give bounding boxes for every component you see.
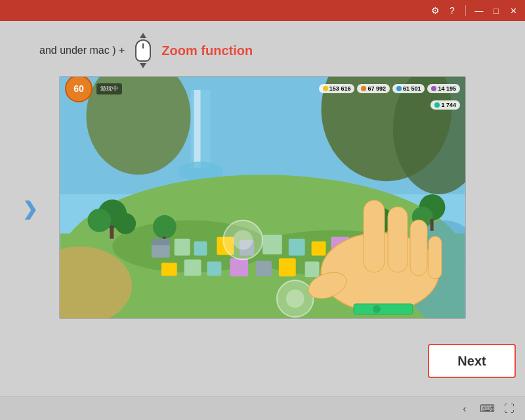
resource-2: 67 992 xyxy=(357,84,390,93)
prev-arrow[interactable]: ❯ xyxy=(20,199,39,219)
resource-2-dot xyxy=(361,86,366,91)
svg-point-16 xyxy=(115,213,136,234)
svg-rect-6 xyxy=(194,90,201,168)
game-screenshot: 60 游玩中 153 616 67 992 61 501 xyxy=(59,76,466,319)
instruction-row: and under mac ) + Zoom function xyxy=(0,21,525,76)
game-hud: 60 游玩中 153 616 67 992 61 501 xyxy=(60,77,465,100)
svg-rect-52 xyxy=(429,236,442,279)
resource-1-dot xyxy=(323,86,328,91)
fullscreen-icon[interactable]: ⛶ xyxy=(501,401,517,417)
resource-1-value: 153 616 xyxy=(329,85,351,92)
player-name: 游玩中 xyxy=(96,83,122,94)
title-bar: ⚙ ? — □ ✕ xyxy=(0,0,525,21)
svg-rect-17 xyxy=(110,226,114,239)
window-controls: ⚙ ? — □ ✕ xyxy=(429,4,520,17)
mouse-scroll-icon xyxy=(133,33,154,68)
svg-rect-51 xyxy=(410,220,427,276)
resource-4-value: 14 195 xyxy=(438,85,456,92)
back-icon[interactable]: ‹ xyxy=(457,401,472,417)
zoom-label: Zoom function xyxy=(161,43,253,58)
arrow-down-icon xyxy=(140,63,146,68)
instruction-prefix: and under mac ) + xyxy=(39,45,125,56)
svg-rect-37 xyxy=(184,259,201,276)
next-button[interactable]: Next xyxy=(428,344,516,378)
arrow-up-icon xyxy=(140,33,146,38)
svg-rect-28 xyxy=(194,242,207,256)
keyboard-icon[interactable]: ⌨ xyxy=(479,401,495,417)
svg-point-44 xyxy=(233,230,253,250)
minimize-button[interactable]: — xyxy=(472,4,486,17)
maximize-button[interactable]: □ xyxy=(490,4,503,17)
resource-5-value: 1 744 xyxy=(441,102,456,108)
resource-row-2: 1 744 xyxy=(430,100,460,110)
resource-4: 14 195 xyxy=(427,84,460,93)
resource-1: 153 616 xyxy=(319,84,355,93)
help-icon[interactable]: ? xyxy=(446,4,459,17)
svg-rect-36 xyxy=(161,262,177,276)
player-level: 60 xyxy=(65,76,93,102)
svg-rect-53 xyxy=(354,304,413,314)
svg-rect-49 xyxy=(364,200,385,272)
resource-5: 1 744 xyxy=(430,100,460,110)
svg-rect-39 xyxy=(230,258,248,276)
mouse-icon xyxy=(135,39,151,62)
resource-2-value: 67 992 xyxy=(368,85,386,92)
svg-rect-26 xyxy=(152,239,170,245)
svg-rect-38 xyxy=(207,261,221,276)
resource-4-dot xyxy=(431,86,436,91)
resource-3-value: 61 501 xyxy=(403,85,421,92)
pinch-gesture-icon xyxy=(262,141,466,319)
divider xyxy=(465,5,466,16)
watch-dot xyxy=(373,305,381,313)
svg-rect-25 xyxy=(152,243,170,258)
svg-rect-50 xyxy=(388,207,408,272)
svg-point-21 xyxy=(153,215,177,239)
main-area: and under mac ) + Zoom function xyxy=(0,21,525,396)
svg-rect-27 xyxy=(175,239,190,256)
close-button[interactable]: ✕ xyxy=(507,4,520,17)
settings-icon[interactable]: ⚙ xyxy=(429,4,442,17)
bottom-bar: ‹ ⌨ ⛶ xyxy=(0,396,525,420)
resource-3-dot xyxy=(396,86,402,91)
resource-5-dot xyxy=(434,102,440,108)
resource-3: 61 501 xyxy=(392,84,425,93)
hud-resources: 153 616 67 992 61 501 14 195 xyxy=(319,84,460,93)
svg-point-15 xyxy=(87,209,111,232)
